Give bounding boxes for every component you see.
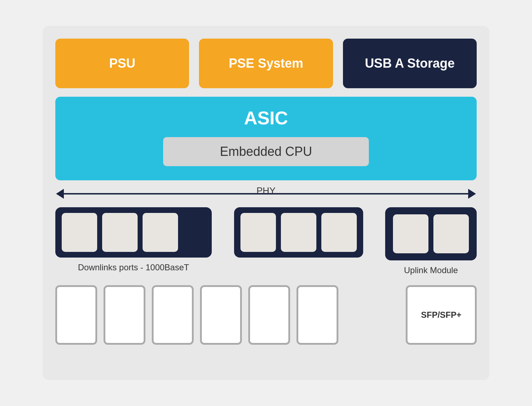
sfp-slot: SFP/SFP+ <box>406 285 477 345</box>
pse-box: PSE System <box>199 39 333 88</box>
phy-label: PHY <box>256 185 275 196</box>
phy-arrow: PHY <box>55 189 477 199</box>
bottom-port-5 <box>248 285 290 345</box>
downlinks-label: Downlinks ports - 1000BaseT <box>78 263 189 272</box>
embedded-cpu: Embedded CPU <box>163 137 369 166</box>
bottom-ports-left <box>55 285 399 345</box>
downlink-port-2 <box>102 213 138 252</box>
arrow-left-icon <box>56 189 64 199</box>
arrow-right-icon <box>468 189 476 199</box>
uplink-group: Uplink Module <box>385 207 477 275</box>
diagram-container: PSU PSE System USB A Storage ASIC Embedd… <box>43 26 489 380</box>
psu-box: PSU <box>55 39 189 88</box>
downlink-port-1 <box>62 213 97 252</box>
bottom-port-3 <box>152 285 194 345</box>
usb-box: USB A Storage <box>343 39 477 88</box>
bottom-port-2 <box>104 285 145 345</box>
bottom-port-4 <box>200 285 242 345</box>
downlink-port-3 <box>143 213 178 252</box>
uplink-port-2 <box>433 214 469 253</box>
uplink-port-1 <box>393 214 428 253</box>
asic-section: ASIC Embedded CPU <box>55 97 477 180</box>
phy-arrow-body: PHY <box>64 193 468 194</box>
middle-box <box>234 207 363 258</box>
middle-port-1 <box>240 213 276 252</box>
asic-title: ASIC <box>244 107 288 129</box>
middle-group <box>220 207 377 258</box>
downlink-group: Downlinks ports - 1000BaseT <box>55 207 212 272</box>
middle-port-3 <box>321 213 357 252</box>
middle-port-2 <box>281 213 316 252</box>
bottom-ports-right: SFP/SFP+ <box>406 285 477 345</box>
bottom-ports-row: SFP/SFP+ <box>55 285 477 345</box>
usb-label: USB A Storage <box>365 56 455 71</box>
bottom-port-6 <box>297 285 338 345</box>
psu-label: PSU <box>109 56 135 71</box>
uplink-box <box>385 207 477 260</box>
uplink-label: Uplink Module <box>404 265 458 275</box>
top-row: PSU PSE System USB A Storage <box>55 39 477 88</box>
port-groups-row: Downlinks ports - 1000BaseT Uplink Modul… <box>55 207 477 275</box>
bottom-port-1 <box>55 285 97 345</box>
downlink-box <box>55 207 212 258</box>
pse-label: PSE System <box>229 56 303 71</box>
